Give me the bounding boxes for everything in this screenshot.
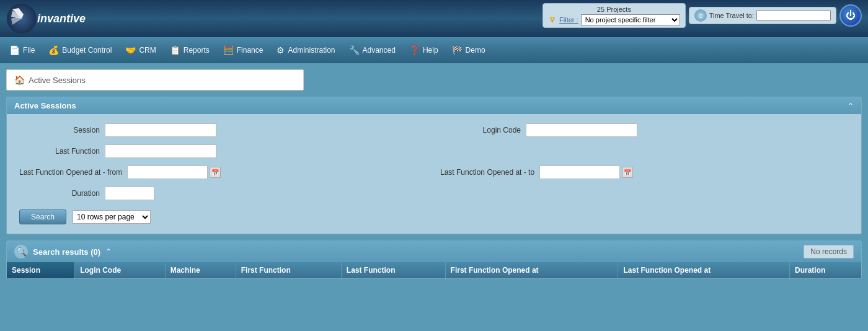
rows-per-page-wrap: 10 rows per page 25 rows per page 50 row… — [73, 210, 151, 224]
last-function-from-input[interactable] — [127, 166, 208, 179]
col-header-first-function-opened-at[interactable]: First Function Opened at — [445, 262, 618, 278]
file-icon: 📄 — [9, 45, 20, 55]
demo-icon: 🏁 — [452, 45, 463, 55]
col-header-login-code[interactable]: Login Code — [75, 262, 166, 278]
col-header-machine[interactable]: Machine — [165, 262, 236, 278]
last-function-from-row: Last Function Opened at - from 📅 — [19, 166, 428, 179]
last-function-row: Last Function — [19, 144, 428, 158]
date-to-wrap: 📅 — [539, 166, 633, 179]
session-row: Session — [19, 123, 428, 137]
time-travel-label: Time Travel to: — [709, 12, 754, 19]
duration-input[interactable] — [105, 187, 154, 200]
login-code-input[interactable] — [526, 123, 637, 137]
nav-item-administration[interactable]: ⚙ Administration — [270, 42, 341, 58]
active-sessions-panel-header: Active Sessions ⌃ — [7, 97, 861, 114]
nav-label-file: File — [23, 46, 35, 55]
session-input[interactable] — [105, 123, 216, 137]
nav-item-file[interactable]: 📄 File — [3, 42, 41, 58]
results-panel-header: 🔍 Search results (0) ⌃ No records — [7, 241, 861, 262]
results-table: Session Login Code Machine First Functio… — [7, 262, 861, 278]
last-function-label: Last Function — [19, 147, 100, 156]
last-function-to-input[interactable] — [539, 166, 620, 179]
results-table-header-row: Session Login Code Machine First Functio… — [7, 262, 861, 278]
login-code-label: Login Code — [440, 126, 521, 135]
results-collapse-icon[interactable]: ⌃ — [105, 247, 112, 256]
nav-label-help: Help — [423, 46, 438, 55]
breadcrumb: 🏠 Active Sessions — [6, 69, 304, 90]
power-button[interactable]: ⏻ — [839, 4, 862, 27]
col-header-last-function[interactable]: Last Function — [341, 262, 445, 278]
col-header-first-function[interactable]: First Function — [236, 262, 341, 278]
nav-item-budget-control[interactable]: 💰 Budget Control — [42, 42, 118, 58]
help-icon: ❓ — [409, 45, 420, 55]
col-header-duration[interactable]: Duration — [789, 262, 861, 278]
time-travel-input[interactable] — [756, 11, 831, 20]
filter-icon: ⛛ — [548, 15, 557, 25]
logo-text: invantive — [37, 12, 86, 25]
nav-label-advanced: Advanced — [363, 46, 396, 55]
nav-label-crm: CRM — [139, 46, 156, 55]
nav-item-crm[interactable]: 🤝 CRM — [119, 42, 162, 58]
logo-area: invantive — [6, 3, 86, 34]
duration-row: Duration — [19, 187, 428, 200]
nav-label-administration: Administration — [288, 46, 335, 55]
nav-item-demo[interactable]: 🏁 Demo — [446, 42, 492, 58]
filter-select[interactable]: No project specific filter — [581, 14, 680, 25]
results-title-area: 🔍 Search results (0) ⌃ — [14, 245, 112, 258]
results-table-head: Session Login Code Machine First Functio… — [7, 262, 861, 278]
last-function-from-label: Last Function Opened at - from — [19, 168, 122, 177]
nav-label-reports: Reports — [184, 46, 210, 55]
search-row: Search 10 rows per page 25 rows per page… — [19, 210, 849, 224]
top-bar: invantive 25 Projects ⛛ Filter : No proj… — [0, 0, 868, 37]
main-content: 🏠 Active Sessions Active Sessions ⌃ Sess… — [0, 63, 868, 330]
panel-collapse-icon[interactable]: ⌃ — [848, 102, 854, 110]
time-travel-area: ⊙ Time Travel to: — [689, 7, 836, 24]
logo-icon — [6, 3, 37, 34]
nav-label-budget-control: Budget Control — [62, 46, 112, 55]
breadcrumb-text: Active Sessions — [29, 76, 86, 85]
results-panel: 🔍 Search results (0) ⌃ No records Sessio… — [6, 241, 862, 279]
nav-label-finance: Finance — [237, 46, 264, 55]
nav-bar: 📄 File 💰 Budget Control 🤝 CRM 📋 Reports … — [0, 37, 868, 63]
filter-row: ⛛ Filter : No project specific filter — [548, 14, 680, 25]
results-panel-title: Search results (0) — [33, 247, 100, 257]
login-code-row: Login Code — [440, 123, 849, 137]
active-sessions-panel-title: Active Sessions — [14, 101, 76, 110]
form-grid: Session Login Code Last Function Last — [19, 123, 849, 200]
nav-label-demo: Demo — [466, 46, 485, 55]
time-travel-icon: ⊙ — [694, 9, 707, 22]
last-function-to-row: Last Function Opened at - to 📅 — [440, 166, 849, 179]
reports-icon: 📋 — [170, 45, 180, 55]
last-function-input[interactable] — [105, 144, 216, 158]
nav-item-advanced[interactable]: 🔧 Advanced — [343, 42, 402, 58]
active-sessions-panel-body: Session Login Code Last Function Last — [7, 114, 861, 234]
nav-item-reports[interactable]: 📋 Reports — [164, 42, 216, 58]
col-header-last-function-opened-at[interactable]: Last Function Opened at — [618, 262, 790, 278]
top-right-controls: 25 Projects ⛛ Filter : No project specif… — [542, 3, 862, 28]
finance-icon: 🧮 — [223, 45, 234, 55]
calendar-to-icon[interactable]: 📅 — [622, 167, 633, 178]
crm-icon: 🤝 — [125, 45, 136, 55]
empty-col — [440, 144, 849, 158]
home-icon: 🏠 — [14, 75, 25, 85]
advanced-icon: 🔧 — [349, 45, 360, 55]
duration-label: Duration — [19, 189, 100, 198]
nav-item-help[interactable]: ❓ Help — [403, 42, 445, 58]
no-records-badge: No records — [804, 245, 854, 258]
col-header-session[interactable]: Session — [7, 262, 75, 278]
projects-count: 25 Projects — [597, 6, 631, 13]
session-label: Session — [19, 126, 100, 135]
active-sessions-panel: Active Sessions ⌃ Session Login Code Las… — [6, 97, 862, 234]
projects-bar: 25 Projects ⛛ Filter : No project specif… — [542, 3, 686, 28]
administration-icon: ⚙ — [277, 45, 285, 55]
filter-link[interactable]: Filter : — [559, 16, 578, 24]
search-button[interactable]: Search — [19, 210, 66, 224]
rows-per-page-select[interactable]: 10 rows per page 25 rows per page 50 row… — [73, 210, 151, 224]
search-magnifier-icon: 🔍 — [14, 245, 28, 258]
budget-control-icon: 💰 — [48, 45, 59, 55]
last-function-to-label: Last Function Opened at - to — [440, 168, 534, 177]
nav-item-finance[interactable]: 🧮 Finance — [217, 42, 270, 58]
date-from-wrap: 📅 — [127, 166, 221, 179]
calendar-from-icon[interactable]: 📅 — [210, 167, 221, 178]
